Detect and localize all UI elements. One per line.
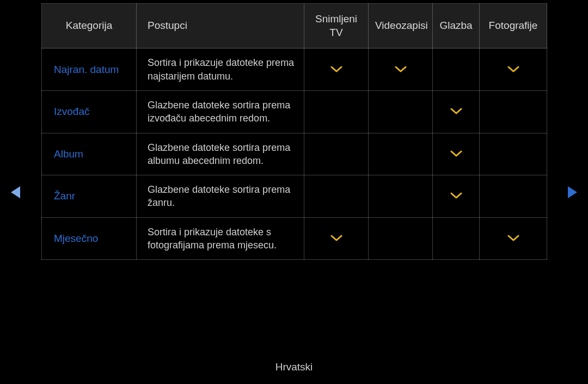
check-icon — [507, 234, 519, 243]
row-photos-cell — [480, 90, 547, 133]
table-row: Najran. datumSortira i prikazuje datotek… — [42, 48, 547, 91]
row-category: Album — [42, 133, 137, 175]
header-music: Glazba — [433, 4, 480, 48]
row-music-cell — [433, 90, 480, 133]
header-category: Kategorija — [42, 4, 137, 48]
row-recordedTv-cell — [304, 217, 369, 260]
row-videos-cell — [369, 217, 433, 260]
row-music-cell — [433, 175, 480, 218]
check-icon — [450, 191, 462, 200]
row-category: Žanr — [42, 175, 137, 218]
footer-language-label: Hrvatski — [0, 361, 588, 373]
row-music-cell — [433, 217, 480, 260]
row-procedure: Glazbene datoteke sortira prema žanru. — [137, 175, 304, 218]
check-icon — [330, 65, 342, 74]
nav-prev-arrow[interactable] — [11, 186, 20, 198]
table-row: MjesečnoSortira i prikazuje datoteke s f… — [42, 217, 547, 260]
row-music-cell — [433, 133, 480, 175]
check-icon — [507, 65, 519, 74]
nav-next-arrow[interactable] — [568, 186, 577, 198]
row-photos-cell — [480, 48, 547, 91]
row-category: Mjesečno — [42, 217, 137, 260]
row-photos-cell — [480, 175, 547, 218]
check-icon — [330, 234, 342, 243]
check-icon — [450, 149, 462, 159]
table-row: AlbumGlazbene datoteke sortira prema alb… — [42, 133, 547, 175]
row-videos-cell — [369, 175, 433, 218]
row-videos-cell — [369, 48, 433, 91]
row-videos-cell — [369, 90, 433, 133]
row-photos-cell — [480, 133, 547, 175]
row-photos-cell — [480, 217, 547, 260]
row-recordedTv-cell — [304, 133, 369, 175]
header-recorded-tv: Snimljeni TV — [304, 4, 369, 48]
row-recordedTv-cell — [304, 175, 369, 218]
row-category: Izvođač — [42, 90, 137, 133]
header-procedures: Postupci — [137, 4, 304, 48]
row-recordedTv-cell — [304, 90, 369, 133]
table-row: IzvođačGlazbene datoteke sortira prema i… — [42, 90, 547, 133]
row-procedure: Glazbene datoteke sortira prema albumu a… — [137, 133, 304, 175]
table-row: ŽanrGlazbene datoteke sortira prema žanr… — [42, 175, 547, 218]
row-recordedTv-cell — [304, 48, 369, 91]
header-photos: Fotografije — [480, 4, 547, 48]
check-icon — [395, 65, 407, 74]
row-music-cell — [433, 48, 480, 91]
row-videos-cell — [369, 133, 433, 175]
row-procedure: Sortira i prikazuje datoteke prema najst… — [137, 48, 304, 91]
sort-options-table: Kategorija Postupci Snimljeni TV Videoza… — [41, 3, 547, 260]
header-videos: Videozapisi — [369, 4, 433, 48]
check-icon — [450, 107, 462, 116]
row-procedure: Glazbene datoteke sortira prema izvođaču… — [137, 90, 304, 133]
row-category: Najran. datum — [42, 48, 137, 91]
row-procedure: Sortira i prikazuje datoteke s fotografi… — [137, 217, 304, 260]
